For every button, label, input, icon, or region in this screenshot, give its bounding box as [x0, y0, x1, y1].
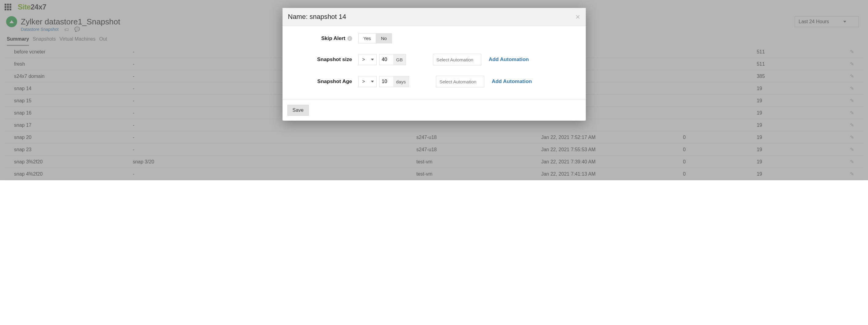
add-automation-age[interactable]: Add Automation — [492, 78, 532, 85]
skip-alert-label: Skip Alert — [321, 35, 345, 41]
chevron-down-icon — [371, 59, 374, 61]
age-operator-select[interactable]: > — [358, 76, 377, 87]
threshold-modal: Name: snapshot 14 × Skip Alert i Yes No — [282, 8, 586, 121]
age-unit-label: days — [393, 76, 409, 87]
size-operator-select[interactable]: > — [358, 54, 377, 65]
size-unit-label: GB — [393, 54, 406, 65]
skip-alert-yes[interactable]: Yes — [359, 34, 376, 43]
chevron-down-icon — [371, 80, 374, 83]
modal-header: Name: snapshot 14 × — [282, 8, 586, 26]
add-automation-size[interactable]: Add Automation — [489, 57, 529, 63]
age-automation-select[interactable] — [436, 76, 484, 87]
snapshot-age-label: Snapshot Age — [317, 78, 352, 85]
close-icon[interactable]: × — [576, 13, 580, 21]
skip-alert-toggle: Yes No — [358, 33, 392, 43]
save-button[interactable]: Save — [287, 105, 309, 116]
modal-title: Name: snapshot 14 — [288, 13, 346, 21]
modal-overlay: Name: snapshot 14 × Skip Alert i Yes No — [0, 0, 868, 180]
skip-alert-no[interactable]: No — [376, 34, 392, 43]
info-icon[interactable]: i — [347, 36, 352, 41]
snapshot-size-label: Snapshot size — [317, 57, 352, 63]
size-automation-select[interactable] — [433, 54, 481, 65]
